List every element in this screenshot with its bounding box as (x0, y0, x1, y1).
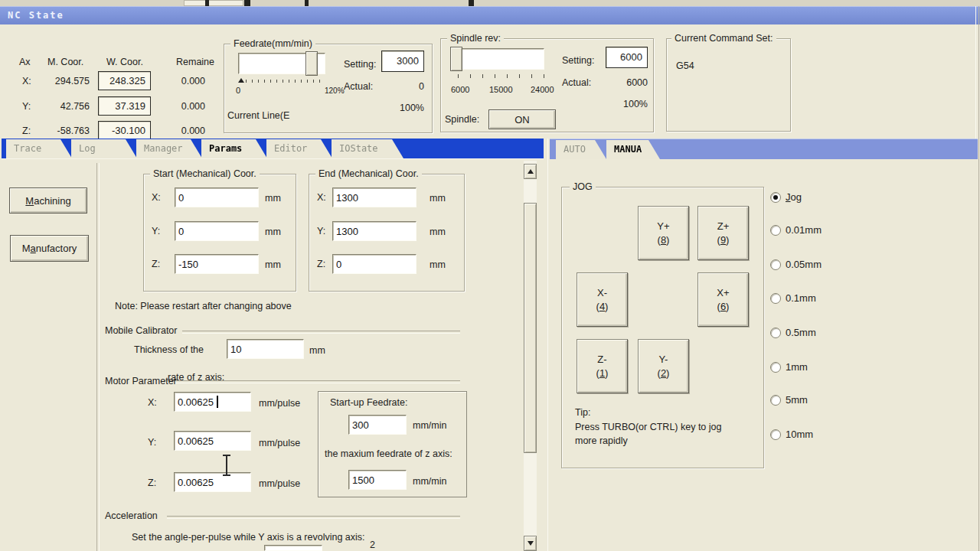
jog-x-minus-button[interactable]: X- (4) (577, 272, 628, 327)
thickness-input[interactable] (227, 339, 304, 359)
tab-params[interactable]: Params (201, 139, 267, 158)
angle-per-pulse-input[interactable] (264, 545, 322, 551)
jog-button-key: (4) (596, 301, 609, 312)
tab-iostate[interactable]: IOState (332, 139, 403, 158)
spindle-label: Spindle: (445, 114, 479, 125)
axis-y-machine-coor: 42.756 (42, 101, 90, 112)
end-y-unit: mm (430, 227, 446, 237)
spindle-tick-6000: 6000 (451, 85, 469, 94)
radio-0-05mm[interactable] (770, 259, 781, 270)
radio-0-05mm-label[interactable]: 0.05mm (786, 259, 822, 270)
startup-feedrate-label: Start-up Feedrate: (330, 397, 407, 408)
start-y-input[interactable] (175, 221, 259, 241)
mobile-calibrator-line (182, 331, 460, 334)
motor-z-input[interactable] (174, 472, 251, 492)
jog-z-minus-button[interactable]: Z- (1) (577, 339, 628, 393)
spindle-group-title: Spindle rev: (447, 33, 504, 44)
axis-column-header: Ax (19, 57, 31, 67)
jog-x-plus-button[interactable]: X+ (6) (697, 272, 749, 327)
radio-10mm[interactable] (770, 429, 781, 440)
feedrate-actual-label: Actual: (344, 81, 373, 92)
tab-editor[interactable]: Editor (266, 139, 332, 158)
axis-z-remain: 0.000 (161, 126, 205, 136)
max-z-feedrate-unit: mm/min (413, 476, 446, 487)
left-tab-bar: Trace Log Manager Editor IOState Params (2, 139, 544, 158)
manufactory-label: Manufactory (22, 243, 77, 254)
end-y-input[interactable] (332, 221, 416, 241)
manufactory-button[interactable]: Manufactory (10, 235, 89, 262)
motor-z-unit: mm/pulse (259, 478, 300, 489)
window-fragment (184, 0, 243, 6)
radio-0-5mm[interactable] (770, 328, 781, 338)
jog-button-key: (1) (596, 367, 609, 379)
motor-x-input[interactable] (174, 392, 251, 412)
down-arrow-icon (528, 541, 534, 546)
radio-0-01mm-label[interactable]: 0.01mm (786, 224, 822, 236)
spindle-tick-15000: 15000 (489, 85, 513, 94)
radio-0-1mm[interactable] (770, 293, 781, 304)
work-coor-header: W. Coor. (106, 57, 143, 67)
radio-1mm[interactable] (770, 362, 781, 373)
jog-y-plus-button[interactable]: Y+ (8) (638, 206, 689, 260)
remain-header: Remaine (176, 57, 214, 67)
radio-10mm-label[interactable]: 10mm (786, 429, 813, 440)
spindle-slider-track[interactable] (452, 48, 544, 70)
radio-5mm[interactable] (770, 395, 781, 406)
nc-control-app: NC State Ax M. Coor. W. Coor. Remaine X:… (0, 0, 980, 551)
feedrate-setting-value[interactable]: 3000 (381, 51, 424, 72)
jog-button-axis: Z+ (717, 220, 730, 232)
radio-1mm-label[interactable]: 1mm (786, 361, 808, 373)
axis-y-remain: 0.000 (161, 101, 205, 112)
acceleration-line (167, 516, 460, 519)
feedrate-slider-thumb[interactable] (305, 51, 318, 76)
titlebar[interactable]: NC State (0, 6, 980, 24)
jog-y-minus-button[interactable]: Y- (2) (638, 339, 689, 393)
tab-manual[interactable]: MANUA (606, 140, 660, 159)
motor-y-unit: mm/pulse (259, 438, 300, 448)
spindle-percent: 100% (602, 99, 648, 109)
radio-0-1mm-label[interactable]: 0.1mm (786, 292, 816, 304)
scrollbar-thumb[interactable] (524, 203, 537, 453)
motor-y-input[interactable] (174, 431, 251, 451)
scroll-up-button[interactable] (524, 164, 537, 179)
end-x-input[interactable] (332, 187, 416, 207)
max-z-feedrate-input[interactable] (348, 470, 407, 490)
feedrate-group: Feedrate(mm/min) 0 120% Setting: 3000 Ac… (224, 44, 433, 133)
tab-trace[interactable]: Trace (6, 139, 72, 158)
jog-button-key: (6) (717, 301, 730, 312)
window-title: NC State (8, 10, 64, 21)
axis-z-label: Z: (22, 126, 31, 136)
tab-manager[interactable]: Manager (136, 139, 202, 158)
axis-x-label: X: (22, 76, 31, 86)
tab-auto[interactable]: AUTO (556, 140, 606, 159)
text-caret (217, 396, 218, 408)
end-coor-title: End (Mechanical) Coor. (315, 168, 422, 179)
axis-x-remain: 0.000 (161, 76, 205, 86)
motor-parameter-title: Motor Parameter (105, 376, 177, 386)
machining-button[interactable]: Machining (9, 187, 87, 214)
radio-5mm-label[interactable]: 5mm (786, 394, 808, 406)
right-tab-bar: AUTO MANUA (550, 139, 978, 159)
radio-0-5mm-label[interactable]: 0.5mm (786, 327, 816, 338)
axis-x-machine-coor: 294.575 (42, 76, 90, 86)
radio-jog-label[interactable]: Jog (786, 191, 802, 203)
spindle-setting-value[interactable]: 6000 (606, 47, 648, 68)
startup-feedrate-group: Start-up Feedrate: mm/min the maxium fee… (318, 391, 467, 497)
radio-0-01mm[interactable] (770, 225, 781, 236)
end-z-input[interactable] (332, 254, 416, 274)
startup-feedrate-input[interactable] (348, 415, 407, 435)
spindle-actual-label: Actual: (562, 77, 591, 88)
jog-group: JOG Y+ (8) Z+ (9) X- (4) X+ (6) Z- (1) (561, 187, 764, 468)
spindle-slider-thumb[interactable] (450, 47, 462, 71)
scroll-down-button[interactable] (524, 536, 537, 551)
start-z-input[interactable] (175, 254, 259, 274)
radio-jog[interactable] (770, 192, 781, 203)
tab-log[interactable]: Log (71, 139, 137, 158)
spindle-on-button[interactable]: ON (488, 109, 556, 129)
jog-z-plus-button[interactable]: Z+ (9) (697, 206, 749, 260)
params-scrollbar[interactable] (524, 161, 537, 551)
thickness-label: Thickness of the (134, 344, 204, 355)
axis-y-label: Y: (22, 101, 31, 112)
start-x-input[interactable] (175, 187, 259, 207)
jog-button-axis: X+ (717, 287, 729, 298)
